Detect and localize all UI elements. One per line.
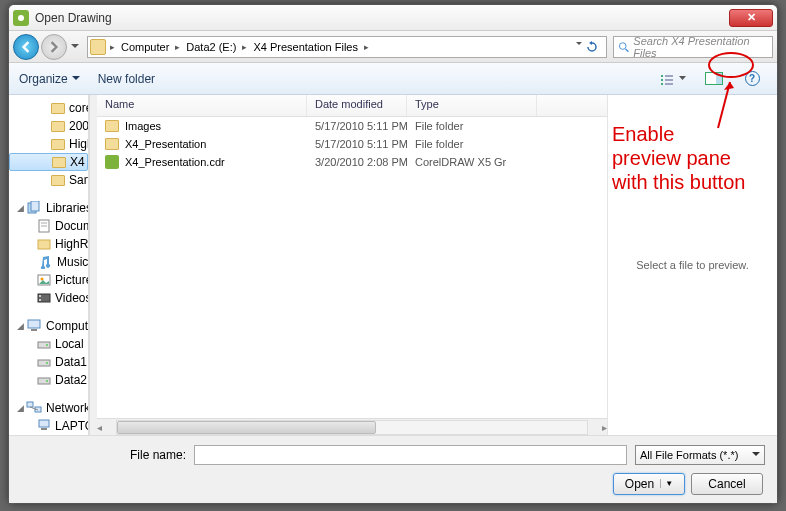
nav-bar: ▸ Computer ▸ Data2 (E:) ▸ X4 Presentatio… xyxy=(9,31,777,63)
file-name: X4_Presentation.cdr xyxy=(97,155,307,169)
expand-icon[interactable]: ◢ xyxy=(17,321,24,331)
breadcrumb[interactable]: ▸ Computer ▸ Data2 (E:) ▸ X4 Presentatio… xyxy=(87,36,607,58)
tree-item[interactable]: Data1 (D:) xyxy=(9,353,88,371)
file-row[interactable]: Images5/17/2010 5:11 PMFile folder xyxy=(97,117,607,135)
file-date: 3/20/2010 2:08 PM xyxy=(307,156,407,168)
tree-item[interactable]: Pictures xyxy=(9,271,88,289)
tree-item-selected[interactable]: X4 Presentation Files xyxy=(9,153,88,171)
drive-icon xyxy=(37,337,51,351)
file-pane: Name Date modified Type Images5/17/2010 … xyxy=(97,95,777,435)
history-dropdown[interactable] xyxy=(69,34,81,60)
file-row[interactable]: X4_Presentation.cdr3/20/2010 2:08 PMCore… xyxy=(97,153,607,171)
tree-item[interactable]: Local Disk (C:) xyxy=(9,335,88,353)
help-button[interactable]: ? xyxy=(737,68,767,90)
toolbar: Organize New folder ? xyxy=(9,63,777,95)
search-placeholder: Search X4 Presentation Files xyxy=(633,35,768,59)
folder-icon xyxy=(90,39,106,55)
tree-scrollbar[interactable] xyxy=(89,95,97,435)
svg-rect-11 xyxy=(31,201,39,211)
tree-item[interactable]: Videos xyxy=(9,289,88,307)
libraries-icon xyxy=(26,201,42,215)
breadcrumb-seg[interactable]: Data2 (E:) xyxy=(182,41,240,53)
app-icon xyxy=(13,10,29,26)
search-icon xyxy=(618,41,629,53)
svg-rect-3 xyxy=(661,79,663,81)
music-icon xyxy=(38,255,52,269)
svg-rect-32 xyxy=(39,420,49,427)
search-input[interactable]: Search X4 Presentation Files xyxy=(613,36,773,58)
svg-point-0 xyxy=(619,42,626,49)
pictures-icon xyxy=(37,273,51,287)
preview-pane-toggle[interactable] xyxy=(699,68,729,90)
tree-computer[interactable]: ◢Computer xyxy=(9,317,88,335)
organize-menu[interactable]: Organize xyxy=(19,72,80,86)
documents-icon xyxy=(37,219,51,233)
column-name[interactable]: Name xyxy=(97,95,307,116)
videos-icon xyxy=(37,291,51,305)
arrow-left-icon xyxy=(20,41,32,53)
file-name: Images xyxy=(97,120,307,132)
filename-label: File name: xyxy=(21,448,186,462)
file-type: File folder xyxy=(407,138,607,150)
column-type[interactable]: Type xyxy=(407,95,537,116)
file-type: File folder xyxy=(407,120,607,132)
drive-icon xyxy=(37,373,51,387)
open-button[interactable]: Open ▼ xyxy=(613,473,685,495)
tree-libraries[interactable]: ◢Libraries xyxy=(9,199,88,217)
titlebar: Open Drawing ✕ xyxy=(9,5,777,31)
svg-rect-23 xyxy=(38,342,50,348)
dialog-body: corelinsight 2009 HighResPhotos X4 Prese… xyxy=(9,95,777,435)
preview-pane-icon xyxy=(705,72,723,85)
expand-icon[interactable]: ◢ xyxy=(17,403,24,413)
chevron-down-icon[interactable] xyxy=(576,41,582,47)
svg-rect-21 xyxy=(28,320,40,328)
chevron-down-icon xyxy=(71,44,79,49)
svg-rect-25 xyxy=(38,360,50,366)
file-row[interactable]: X4_Presentation5/17/2010 5:11 PMFile fol… xyxy=(97,135,607,153)
tree-item[interactable]: Documents xyxy=(9,217,88,235)
view-icon xyxy=(661,72,677,86)
file-list: Name Date modified Type Images5/17/2010 … xyxy=(97,95,607,435)
column-date[interactable]: Date modified xyxy=(307,95,407,116)
tree-item[interactable]: corelinsight xyxy=(9,99,88,117)
svg-rect-33 xyxy=(41,428,47,430)
svg-rect-27 xyxy=(38,378,50,384)
svg-rect-15 xyxy=(38,240,50,249)
svg-rect-29 xyxy=(27,402,33,407)
folder-tree[interactable]: corelinsight 2009 HighResPhotos X4 Prese… xyxy=(9,95,89,435)
cancel-button[interactable]: Cancel xyxy=(691,473,763,495)
view-options-button[interactable] xyxy=(655,68,691,90)
horizontal-scrollbar[interactable]: ◂▸ xyxy=(97,418,607,435)
tree-network[interactable]: ◢Network xyxy=(9,399,88,417)
tree-item[interactable]: Data2 (E:) xyxy=(9,371,88,389)
cdr-file-icon xyxy=(105,155,119,169)
svg-line-1 xyxy=(626,48,629,51)
tree-item[interactable]: Music xyxy=(9,253,88,271)
breadcrumb-seg[interactable]: X4 Presentation Files xyxy=(249,41,362,53)
expand-icon[interactable]: ◢ xyxy=(17,203,24,213)
forward-button[interactable] xyxy=(41,34,67,60)
tree-item[interactable]: Sanjay xyxy=(9,171,88,189)
svg-rect-19 xyxy=(39,295,41,297)
chevron-down-icon xyxy=(679,76,686,81)
tree-item[interactable]: HighResPhotos xyxy=(9,235,88,253)
chevron-right-icon: ▸ xyxy=(240,42,249,52)
close-button[interactable]: ✕ xyxy=(729,9,773,27)
filename-input[interactable] xyxy=(194,445,627,465)
column-headers: Name Date modified Type xyxy=(97,95,607,117)
new-folder-button[interactable]: New folder xyxy=(98,72,155,86)
tree-item[interactable]: 2009 xyxy=(9,117,88,135)
breadcrumb-seg[interactable]: Computer xyxy=(117,41,173,53)
refresh-icon[interactable] xyxy=(586,41,598,53)
svg-point-26 xyxy=(46,362,48,364)
preview-message: Select a file to preview. xyxy=(636,259,749,271)
file-date: 5/17/2010 5:11 PM xyxy=(307,138,407,150)
tree-item[interactable]: LAPTOP xyxy=(9,417,88,435)
svg-rect-4 xyxy=(661,83,663,85)
drive-icon xyxy=(37,355,51,369)
file-rows: Images5/17/2010 5:11 PMFile folderX4_Pre… xyxy=(97,117,607,418)
folder-icon xyxy=(37,237,51,251)
file-filter-dropdown[interactable]: All File Formats (*.*) xyxy=(635,445,765,465)
tree-item[interactable]: HighResPhotos xyxy=(9,135,88,153)
back-button[interactable] xyxy=(13,34,39,60)
